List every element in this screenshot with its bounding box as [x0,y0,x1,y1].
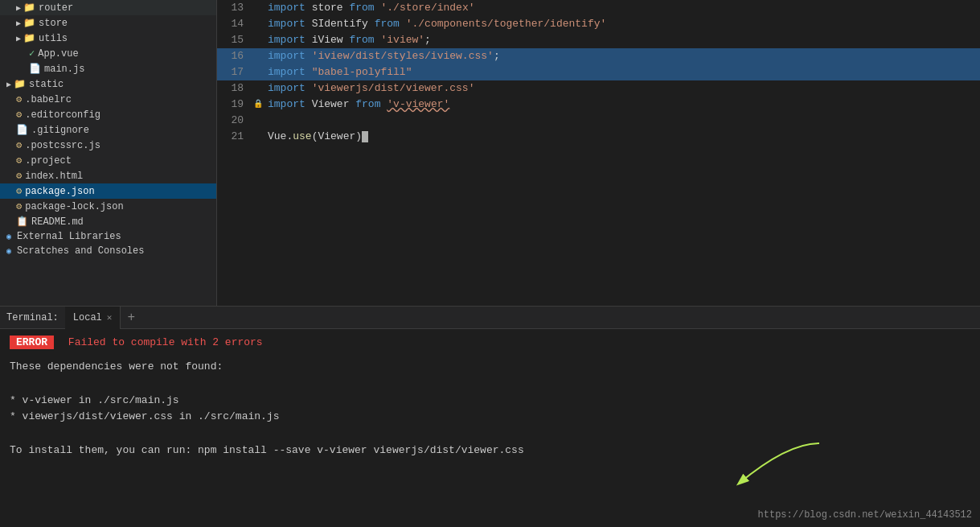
code-line-18: 18 import 'viewerjs/dist/viewer.css' [217,80,980,97]
terminal-tab-local[interactable]: Local ✕ [65,307,121,329]
sidebar-item-router[interactable]: ▶ 📁 router [0,0,216,15]
file-icon: 📋 [16,216,28,228]
sidebar-item-scratches[interactable]: ◉ Scratches and Consoles [0,244,216,258]
file-icon: ⚙ [16,154,22,167]
file-icon: ✓ [29,47,35,60]
sidebar-label: .postcssrc.js [25,140,100,151]
sidebar-item-gitignore[interactable]: 📄 .gitignore [0,122,216,138]
code-line-21: 21 Vue.use(Viewer) [217,129,980,145]
code-line-17: 17 import "babel-polyfill" [217,64,980,80]
sidebar-label: package.json [25,186,94,197]
main-area: ▶ 📁 router ▶ 📁 store ▶ 📁 utils ✓ [0,0,980,306]
sidebar-label: router [39,2,73,14]
line-content: import Viewer from 'v-viewer' [264,97,980,113]
triangle-icon: ▶ [16,19,21,28]
terminal-tab-bar: Terminal: Local ✕ + [0,307,980,329]
error-badge: ERROR [10,336,54,349]
sidebar-label: package-lock.json [25,201,123,212]
terminal-content: ERROR Failed to compile with 2 errors Th… [0,329,980,527]
triangle-icon: ▶ [16,3,21,13]
file-icon: ⚙ [16,109,22,121]
line-content [264,113,980,129]
file-icon: ⚙ [16,185,22,197]
file-icon: ⚙ [16,170,22,182]
sidebar-item-babelrc[interactable]: ⚙ .babelrc [0,92,216,107]
sidebar-item-packagelockjson[interactable]: ⚙ package-lock.json [0,199,216,214]
line-number: 17 [217,64,253,80]
sidebar-label: .editorconfig [25,109,100,121]
file-icon: 📄 [29,63,41,75]
sidebar-label: README.md [31,216,84,228]
file-icon: ⚙ [16,93,22,105]
sidebar-label: .babelrc [25,94,72,105]
terminal-wrapper: Structure ERROR Failed to compile with 2… [0,329,980,527]
terminal-line-blank1 [10,376,970,393]
code-editor: 13 import store from './store/index' 14 … [217,0,980,306]
sidebar-label: index.html [25,171,83,182]
line-number: 20 [217,113,253,129]
line-number: 19 [217,97,253,113]
code-line-16: 16 import 'iview/dist/styles/iview.css'; [217,48,980,64]
sidebar-item-static[interactable]: ▶ 📁 static [0,76,216,92]
sidebar-item-mainjs[interactable]: 📄 main.js [0,61,216,76]
sidebar-item-store[interactable]: ▶ 📁 store [0,15,216,31]
sidebar-label: .project [25,155,72,167]
sidebar-label: External Libraries [17,231,121,242]
sidebar-item-editorconfig[interactable]: ⚙ .editorconfig [0,107,216,122]
sidebar-item-external-libraries[interactable]: ◉ External Libraries [0,229,216,244]
sidebar: ▶ 📁 router ▶ 📁 store ▶ 📁 utils ✓ [0,0,217,306]
sidebar-label: Scratches and Consoles [17,245,144,257]
sidebar-label: utils [39,33,68,44]
line-content: import iView from 'iview'; [264,32,980,48]
line-number: 14 [217,16,253,32]
add-terminal-button[interactable]: + [124,311,138,325]
error-message: Failed to compile with 2 errors [68,336,263,348]
sidebar-item-readmemd[interactable]: 📋 README.md [0,214,216,229]
file-icon: 📄 [16,124,28,136]
line-number: 16 [217,48,253,64]
file-icon: ⚙ [16,139,22,151]
line-content: Vue.use(Viewer) [264,129,980,145]
arrow-indicator [658,435,835,503]
line-number: 21 [217,129,253,145]
code-line-14: 14 import SIdentify from './components/t… [217,16,980,32]
triangle-icon: ▶ [16,34,21,43]
line-content: import 'viewerjs/dist/viewer.css' [264,80,980,97]
folder-icon: 📁 [23,2,35,14]
line-number: 13 [217,0,253,16]
sidebar-label: static [29,79,64,90]
code-line-13: 13 import store from './store/index' [217,0,980,16]
line-content: import store from './store/index' [264,0,980,16]
line-number: 15 [217,32,253,48]
watermark: https://blog.csdn.net/weixin_44143512 [758,509,972,521]
sidebar-item-indexhtml[interactable]: ⚙ index.html [0,168,216,183]
sidebar-item-packagejson[interactable]: ⚙ package.json [0,183,216,199]
sidebar-label: main.js [44,64,84,75]
terminal-line-2: * v-viewer in ./src/main.js [10,393,970,410]
folder-icon: 📁 [23,32,35,44]
sidebar-item-utils[interactable]: ▶ 📁 utils [0,31,216,46]
code-line-20: 20 [217,113,980,129]
close-tab-button[interactable]: ✕ [107,312,113,323]
sidebar-item-postcssrc[interactable]: ⚙ .postcssrc.js [0,138,216,153]
code-line-19: 19 🔒 import Viewer from 'v-viewer' [217,97,980,113]
line-content: import "babel-polyfill" [264,64,980,80]
sidebar-item-appvue[interactable]: ✓ App.vue [0,46,216,61]
line-content: import SIdentify from './components/toge… [264,16,980,32]
error-line: ERROR Failed to compile with 2 errors [10,336,970,349]
line-number: 18 [217,80,253,97]
folder-icon: 📁 [14,78,26,90]
terminal-line-1: These dependencies were not found: [10,359,970,376]
triangle-icon: ◉ [6,246,11,256]
terminal-label: Terminal: [6,312,59,323]
terminal-area: Terminal: Local ✕ + Structure ERROR Fail… [0,306,980,527]
sidebar-label: store [39,18,68,29]
tab-name: Local [73,312,102,323]
code-line-15: 15 import iView from 'iview'; [217,32,980,48]
triangle-icon: ▶ [6,80,11,89]
file-icon: ⚙ [16,200,22,212]
sidebar-label: App.vue [38,48,78,60]
sidebar-label: .gitignore [31,125,89,136]
folder-icon: 📁 [23,17,35,29]
sidebar-item-project[interactable]: ⚙ .project [0,153,216,168]
